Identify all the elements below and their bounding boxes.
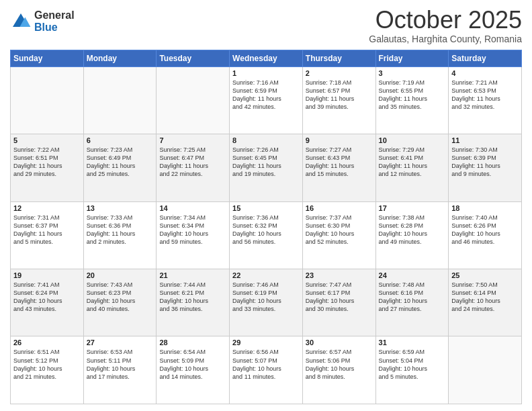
title-area: October 2025 Galautas, Harghita County, … [369, 7, 522, 44]
day-number: 7 [159, 136, 226, 144]
day-number: 13 [87, 204, 154, 212]
table-row: 28Sunrise: 6:54 AM Sunset: 5:09 PM Dayli… [157, 336, 230, 404]
table-row: 5Sunrise: 7:22 AM Sunset: 6:51 PM Daylig… [11, 134, 84, 201]
day-info: Sunrise: 7:25 AM Sunset: 6:47 PM Dayligh… [159, 146, 226, 179]
day-info: Sunrise: 7:22 AM Sunset: 6:51 PM Dayligh… [13, 146, 81, 179]
header-wednesday: Wednesday [230, 50, 303, 66]
table-row: 4Sunrise: 7:21 AM Sunset: 6:53 PM Daylig… [449, 66, 522, 134]
table-row: 24Sunrise: 7:48 AM Sunset: 6:16 PM Dayli… [375, 269, 449, 336]
day-info: Sunrise: 6:56 AM Sunset: 5:07 PM Dayligh… [232, 348, 300, 381]
day-number: 22 [232, 271, 300, 279]
day-number: 25 [451, 271, 519, 279]
day-info: Sunrise: 7:30 AM Sunset: 6:39 PM Dayligh… [451, 146, 519, 179]
day-info: Sunrise: 7:44 AM Sunset: 6:21 PM Dayligh… [159, 281, 226, 314]
table-row: 10Sunrise: 7:29 AM Sunset: 6:41 PM Dayli… [375, 134, 449, 201]
calendar-week-row: 5Sunrise: 7:22 AM Sunset: 6:51 PM Daylig… [11, 134, 522, 201]
logo-text: General Blue [34, 9, 75, 33]
day-number: 27 [87, 338, 154, 347]
table-row [83, 66, 157, 134]
day-info: Sunrise: 7:26 AM Sunset: 6:45 PM Dayligh… [232, 146, 300, 179]
table-row: 6Sunrise: 7:23 AM Sunset: 6:49 PM Daylig… [83, 134, 157, 201]
header-thursday: Thursday [302, 50, 375, 66]
day-number: 14 [159, 204, 226, 212]
table-row: 2Sunrise: 7:18 AM Sunset: 6:57 PM Daylig… [302, 66, 375, 134]
day-number: 5 [13, 136, 81, 144]
day-number: 28 [159, 338, 226, 347]
header-tuesday: Tuesday [157, 50, 230, 66]
day-number: 9 [306, 136, 373, 144]
calendar-week-row: 12Sunrise: 7:31 AM Sunset: 6:37 PM Dayli… [11, 201, 522, 269]
day-number: 6 [87, 136, 154, 144]
table-row [157, 66, 230, 134]
day-number: 21 [159, 271, 226, 279]
table-row: 30Sunrise: 6:57 AM Sunset: 5:06 PM Dayli… [302, 336, 375, 404]
day-number: 20 [87, 271, 154, 279]
day-number: 11 [451, 136, 519, 144]
day-number: 10 [379, 136, 446, 144]
day-info: Sunrise: 7:46 AM Sunset: 6:19 PM Dayligh… [232, 281, 300, 314]
day-info: Sunrise: 6:51 AM Sunset: 5:12 PM Dayligh… [13, 348, 81, 381]
day-number: 15 [232, 204, 300, 212]
day-info: Sunrise: 6:54 AM Sunset: 5:09 PM Dayligh… [159, 348, 226, 381]
table-row: 25Sunrise: 7:50 AM Sunset: 6:14 PM Dayli… [449, 269, 522, 336]
day-info: Sunrise: 6:53 AM Sunset: 5:11 PM Dayligh… [87, 348, 154, 381]
day-number: 4 [451, 69, 519, 77]
header: General Blue October 2025 Galautas, Harg… [10, 7, 522, 44]
table-row: 26Sunrise: 6:51 AM Sunset: 5:12 PM Dayli… [11, 336, 84, 404]
day-info: Sunrise: 7:23 AM Sunset: 6:49 PM Dayligh… [87, 146, 154, 179]
day-info: Sunrise: 7:33 AM Sunset: 6:36 PM Dayligh… [87, 214, 154, 246]
table-row: 7Sunrise: 7:25 AM Sunset: 6:47 PM Daylig… [157, 134, 230, 201]
table-row: 1Sunrise: 7:16 AM Sunset: 6:59 PM Daylig… [230, 66, 303, 134]
day-number: 30 [306, 338, 373, 347]
day-info: Sunrise: 7:21 AM Sunset: 6:53 PM Dayligh… [451, 79, 519, 111]
day-info: Sunrise: 7:36 AM Sunset: 6:32 PM Dayligh… [232, 214, 300, 246]
table-row: 23Sunrise: 7:47 AM Sunset: 6:17 PM Dayli… [302, 269, 375, 336]
calendar-week-row: 1Sunrise: 7:16 AM Sunset: 6:59 PM Daylig… [11, 66, 522, 134]
table-row: 22Sunrise: 7:46 AM Sunset: 6:19 PM Dayli… [230, 269, 303, 336]
location: Galautas, Harghita County, Romania [369, 34, 522, 44]
table-row: 18Sunrise: 7:40 AM Sunset: 6:26 PM Dayli… [449, 201, 522, 269]
day-info: Sunrise: 7:27 AM Sunset: 6:43 PM Dayligh… [306, 146, 373, 179]
day-info: Sunrise: 7:31 AM Sunset: 6:37 PM Dayligh… [13, 214, 81, 246]
table-row: 11Sunrise: 7:30 AM Sunset: 6:39 PM Dayli… [449, 134, 522, 201]
logo: General Blue [10, 9, 75, 33]
day-number: 16 [306, 204, 373, 212]
table-row: 29Sunrise: 6:56 AM Sunset: 5:07 PM Dayli… [230, 336, 303, 404]
table-row: 8Sunrise: 7:26 AM Sunset: 6:45 PM Daylig… [230, 134, 303, 201]
day-number: 8 [232, 136, 300, 144]
day-number: 3 [379, 69, 446, 77]
day-info: Sunrise: 7:19 AM Sunset: 6:55 PM Dayligh… [379, 79, 446, 111]
day-number: 26 [13, 338, 81, 347]
day-number: 19 [13, 271, 81, 279]
day-info: Sunrise: 7:16 AM Sunset: 6:59 PM Dayligh… [232, 79, 300, 111]
table-row: 20Sunrise: 7:43 AM Sunset: 6:23 PM Dayli… [83, 269, 157, 336]
table-row: 17Sunrise: 7:38 AM Sunset: 6:28 PM Dayli… [375, 201, 449, 269]
calendar-week-row: 19Sunrise: 7:41 AM Sunset: 6:24 PM Dayli… [11, 269, 522, 336]
logo-icon [10, 11, 32, 32]
header-friday: Friday [375, 50, 449, 66]
day-number: 2 [306, 69, 373, 77]
weekday-header-row: Sunday Monday Tuesday Wednesday Thursday… [11, 50, 522, 66]
table-row: 13Sunrise: 7:33 AM Sunset: 6:36 PM Dayli… [83, 201, 157, 269]
table-row: 9Sunrise: 7:27 AM Sunset: 6:43 PM Daylig… [302, 134, 375, 201]
day-info: Sunrise: 6:59 AM Sunset: 5:04 PM Dayligh… [379, 348, 446, 381]
header-saturday: Saturday [449, 50, 522, 66]
table-row: 15Sunrise: 7:36 AM Sunset: 6:32 PM Dayli… [230, 201, 303, 269]
table-row: 31Sunrise: 6:59 AM Sunset: 5:04 PM Dayli… [375, 336, 449, 404]
table-row: 12Sunrise: 7:31 AM Sunset: 6:37 PM Dayli… [11, 201, 84, 269]
day-number: 18 [451, 204, 519, 212]
day-info: Sunrise: 7:37 AM Sunset: 6:30 PM Dayligh… [306, 214, 373, 246]
logo-general: General [34, 9, 75, 21]
month-title: October 2025 [369, 7, 522, 34]
table-row: 14Sunrise: 7:34 AM Sunset: 6:34 PM Dayli… [157, 201, 230, 269]
day-info: Sunrise: 7:43 AM Sunset: 6:23 PM Dayligh… [87, 281, 154, 314]
day-info: Sunrise: 7:18 AM Sunset: 6:57 PM Dayligh… [306, 79, 373, 111]
table-row: 27Sunrise: 6:53 AM Sunset: 5:11 PM Dayli… [83, 336, 157, 404]
header-sunday: Sunday [11, 50, 84, 66]
day-info: Sunrise: 7:34 AM Sunset: 6:34 PM Dayligh… [159, 214, 226, 246]
page: General Blue October 2025 Galautas, Harg… [0, 0, 532, 411]
day-info: Sunrise: 7:38 AM Sunset: 6:28 PM Dayligh… [379, 214, 446, 246]
table-row: 3Sunrise: 7:19 AM Sunset: 6:55 PM Daylig… [375, 66, 449, 134]
day-number: 29 [232, 338, 300, 347]
header-monday: Monday [83, 50, 157, 66]
